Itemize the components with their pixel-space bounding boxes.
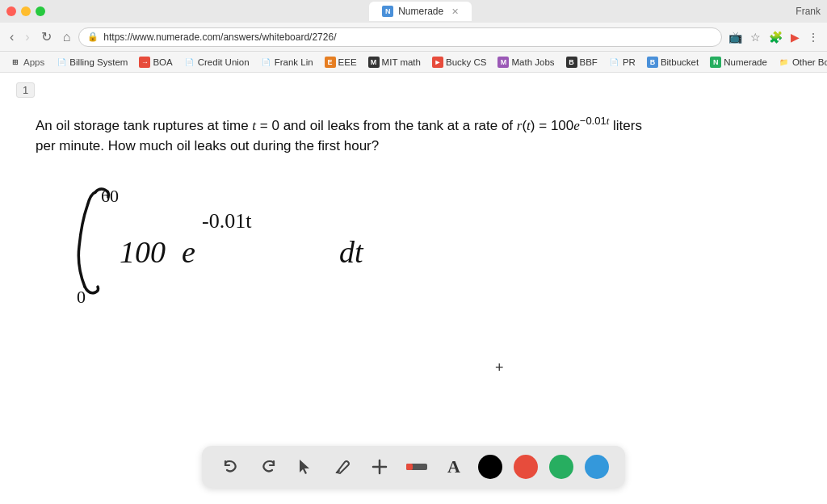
more-button[interactable]: ⋮ bbox=[806, 29, 821, 45]
bookmark-fl-label: Frank Lin bbox=[275, 57, 313, 67]
color-black-button[interactable] bbox=[478, 455, 502, 479]
bookmark-frank-lin[interactable]: 📄 Frank Lin bbox=[256, 55, 318, 69]
bookmark-apps[interactable]: ⊞ Apps bbox=[5, 55, 49, 69]
svg-text:e: e bbox=[182, 235, 195, 269]
cast-button[interactable]: 📺 bbox=[727, 29, 744, 45]
color-red-button[interactable] bbox=[514, 455, 538, 479]
bookmark-other-label: Other Bookmarks bbox=[792, 57, 827, 67]
title-bar: N Numerade ✕ Frank bbox=[0, 0, 827, 23]
cu-icon: 📄 bbox=[184, 57, 195, 68]
mit-icon: M bbox=[368, 57, 380, 68]
bookmark-billing-label: Billing System bbox=[69, 57, 128, 67]
extensions-button[interactable]: 🧩 bbox=[767, 29, 784, 45]
home-button[interactable]: ⌂ bbox=[60, 28, 74, 46]
bbf-icon: B bbox=[566, 57, 577, 68]
fl-icon: 📄 bbox=[261, 57, 272, 68]
svg-text:60: 60 bbox=[101, 186, 119, 206]
tab-close-button[interactable]: ✕ bbox=[451, 6, 459, 17]
bookmark-other[interactable]: 📁 Other Bookmarks bbox=[774, 55, 827, 69]
bookmark-bucky-label: Bucky CS bbox=[446, 57, 487, 67]
address-bar[interactable]: 🔒 https://www.numerade.com/answers/white… bbox=[78, 27, 722, 47]
url-text: https://www.numerade.com/answers/whitebo… bbox=[103, 32, 713, 43]
nav-bar: ‹ › ↻ ⌂ 🔒 https://www.numerade.com/answe… bbox=[0, 23, 827, 52]
tab-label: Numerade bbox=[398, 6, 443, 17]
problem-text-content: An oil storage tank ruptures at time t =… bbox=[36, 118, 642, 154]
problem-text: An oil storage tank ruptures at time t =… bbox=[36, 113, 811, 157]
apps-grid-icon: ⊞ bbox=[10, 57, 21, 68]
close-button[interactable] bbox=[6, 6, 16, 16]
tab-favicon: N bbox=[382, 6, 393, 17]
select-tool-button[interactable] bbox=[292, 454, 318, 480]
redo-button[interactable] bbox=[255, 454, 281, 480]
svg-text:dt: dt bbox=[339, 235, 364, 269]
bookmark-star-button[interactable]: ☆ bbox=[749, 29, 762, 45]
forward-button[interactable]: › bbox=[22, 28, 32, 46]
bookmark-eee[interactable]: E EEE bbox=[320, 55, 362, 69]
title-bar-right: Frank bbox=[796, 6, 821, 17]
bb-icon: B bbox=[647, 57, 658, 68]
handwriting-svg: 60 0 100 e -0.01t dt bbox=[24, 178, 428, 315]
active-tab[interactable]: N Numerade ✕ bbox=[369, 2, 472, 21]
plus-cursor: + bbox=[495, 359, 504, 376]
back-button[interactable]: ‹ bbox=[6, 28, 17, 46]
svg-text:0: 0 bbox=[77, 287, 86, 307]
window-controls bbox=[6, 6, 45, 16]
boa-icon: → bbox=[139, 57, 150, 68]
secure-icon: 🔒 bbox=[87, 32, 99, 42]
bookmark-math-jobs[interactable]: M Math Jobs bbox=[493, 55, 559, 69]
doc-icon: 📄 bbox=[56, 57, 67, 68]
bookmark-bbf-label: BBF bbox=[580, 57, 598, 67]
numerade-icon: N bbox=[710, 57, 721, 68]
tab-bar: N Numerade ✕ bbox=[45, 2, 796, 21]
bookmark-boa-label: BOA bbox=[153, 57, 172, 67]
color-blue-button[interactable] bbox=[585, 455, 609, 479]
svg-text:-0.01t: -0.01t bbox=[202, 209, 252, 233]
folder-icon: 📁 bbox=[779, 57, 790, 68]
page-number: 1 bbox=[16, 82, 35, 98]
youtube-button[interactable]: ▶ bbox=[789, 29, 801, 45]
bookmark-billing[interactable]: 📄 Billing System bbox=[51, 55, 132, 69]
minimize-button[interactable] bbox=[21, 6, 31, 16]
bookmark-eee-label: EEE bbox=[338, 57, 357, 67]
bookmarks-bar: ⊞ Apps 📄 Billing System → BOA 📄 Credit U… bbox=[0, 52, 827, 73]
username: Frank bbox=[796, 6, 821, 17]
line-tool-button[interactable] bbox=[404, 454, 430, 480]
bookmark-numerade[interactable]: N Numerade bbox=[705, 55, 772, 69]
color-green-button[interactable] bbox=[549, 455, 573, 479]
maximize-button[interactable] bbox=[36, 6, 45, 16]
bookmark-apps-label: Apps bbox=[23, 57, 44, 67]
mj-icon: M bbox=[497, 57, 509, 68]
bucky-icon: ► bbox=[432, 57, 443, 68]
svg-rect-10 bbox=[406, 464, 413, 470]
main-content: 1 An oil storage tank ruptures at time t… bbox=[0, 73, 827, 504]
pen-tool-button[interactable] bbox=[330, 454, 355, 480]
bookmark-mit-math[interactable]: M MIT math bbox=[363, 55, 426, 69]
bookmark-boa[interactable]: → BOA bbox=[134, 55, 177, 69]
eee-icon: E bbox=[325, 57, 336, 68]
bookmark-bb-label: Bitbucket bbox=[661, 57, 699, 67]
add-tool-button[interactable] bbox=[367, 454, 393, 480]
bookmark-pr-label: PR bbox=[623, 57, 636, 67]
nav-right-buttons: 📺 ☆ 🧩 ▶ ⋮ bbox=[727, 29, 821, 45]
bookmark-pr[interactable]: 📄 PR bbox=[604, 55, 640, 69]
bookmark-cu-label: Credit Union bbox=[198, 57, 250, 67]
bookmark-credit-union[interactable]: 📄 Credit Union bbox=[179, 55, 254, 69]
text-tool-button[interactable]: A bbox=[441, 454, 467, 480]
svg-marker-6 bbox=[300, 460, 309, 474]
bookmark-numerade-label: Numerade bbox=[724, 57, 767, 67]
bookmark-mj-label: Math Jobs bbox=[511, 57, 554, 67]
bookmark-bitbucket[interactable]: B Bitbucket bbox=[642, 55, 703, 69]
undo-button[interactable] bbox=[218, 454, 244, 480]
drawing-toolbar: A bbox=[202, 446, 625, 488]
pr-icon: 📄 bbox=[609, 57, 620, 68]
bookmark-bucky-cs[interactable]: ► Bucky CS bbox=[427, 55, 492, 69]
refresh-button[interactable]: ↻ bbox=[38, 27, 55, 46]
bookmark-mit-label: MIT math bbox=[382, 57, 421, 67]
svg-text:100: 100 bbox=[120, 235, 166, 269]
bookmark-bbf[interactable]: B BBF bbox=[561, 55, 602, 69]
